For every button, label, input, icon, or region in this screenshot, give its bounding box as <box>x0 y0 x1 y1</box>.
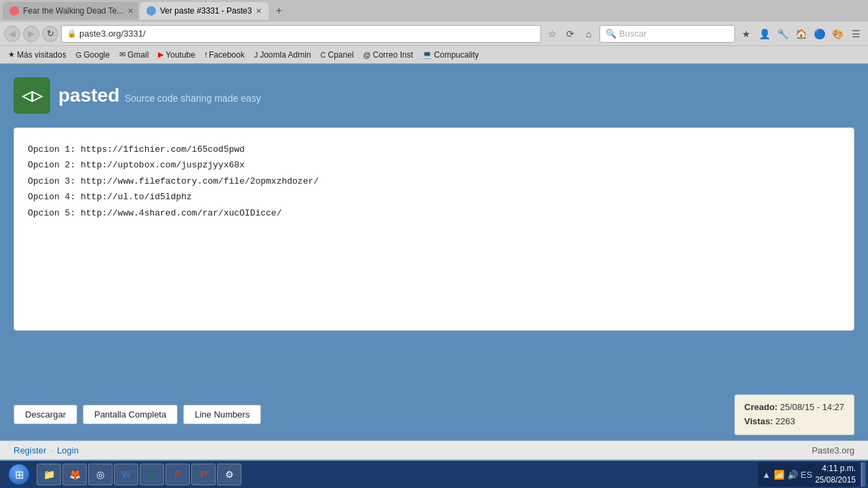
taskbar-item-firefox[interactable]: 🦊 <box>62 464 87 485</box>
tab-1[interactable]: Fear the Walking Dead Te... ✕ <box>3 2 138 20</box>
bookmark-gmail-icon: ✉ <box>119 50 125 59</box>
search-placeholder: Buscar <box>619 28 646 39</box>
reload-button[interactable]: ↻ <box>42 26 58 42</box>
back-icon: ◀ <box>9 28 16 39</box>
bookmark-joomla-label: Joomla Admin <box>260 50 311 60</box>
new-tab-button[interactable]: + <box>270 2 288 20</box>
star-icon[interactable]: ★ <box>738 26 754 42</box>
system-tray: ▲ 📶 🔊 ES 4:11 p.m. 25/08/2015 <box>758 462 860 487</box>
taskbar-item-powerpoint2[interactable]: P <box>191 464 216 485</box>
ext1-icon[interactable]: 🔧 <box>774 26 791 42</box>
download-button[interactable]: Descargar <box>14 405 77 424</box>
bookmark-google-label: Google <box>83 50 110 60</box>
address-bar[interactable]: 🔒 paste3.org/3331/ <box>61 25 541 43</box>
taskbar: ⊞ 📁 🦊 ◎ W X P P ⚙ ▲ 📶 🔊 ES 4:11 p.m. 25/… <box>0 461 868 488</box>
title-bar: Fear the Walking Dead Te... ✕ Ver paste … <box>0 0 868 22</box>
tray-lang-icon[interactable]: ES <box>801 470 812 480</box>
lock-icon: 🔒 <box>67 29 77 38</box>
taskbar-item-word[interactable]: W <box>114 464 138 485</box>
bookmark-google-icon: G <box>76 51 82 59</box>
paste-content-box: Opcion 1: https://1fichier.com/i65cod5pw… <box>14 127 854 331</box>
ext4-icon[interactable]: 🎨 <box>829 26 846 42</box>
bookmark-gmail[interactable]: ✉ Gmail <box>115 49 153 61</box>
bookmark-star-icon[interactable]: ☆ <box>544 26 560 42</box>
refresh-icon[interactable]: ⟳ <box>562 26 578 42</box>
taskbar-item-excel[interactable]: X <box>140 464 164 485</box>
tab-1-favicon <box>9 6 19 16</box>
paste-line-4: Opcion 4: http://ul.to/id5ldphz <box>28 189 840 205</box>
forward-icon: ▶ <box>28 28 35 39</box>
powerpoint2-icon: P <box>197 468 210 481</box>
tab-2-label: Ver paste #3331 - Paste3 <box>160 6 252 16</box>
tab-2-favicon <box>146 6 156 16</box>
bookmark-cpanel[interactable]: C Cpanel <box>317 49 358 61</box>
bookmark-youtube[interactable]: ▶ Youtube <box>154 49 199 61</box>
site-subtitle: Source code sharing made easy <box>125 93 261 104</box>
powerpoint-icon: P <box>172 468 184 481</box>
bookmark-google[interactable]: G Google <box>72 49 114 61</box>
back-button[interactable]: ◀ <box>4 26 20 42</box>
bookmark-compucality-icon: 💻 <box>422 50 432 59</box>
bookmarks-bar: ★ Más visitados G Google ✉ Gmail ▶ Youtu… <box>0 46 868 64</box>
bookmark-visited[interactable]: ★ Más visitados <box>4 49 71 61</box>
reload-icon: ↻ <box>47 28 54 39</box>
paste-line-5: Opcion 5: http://www.4shared.com/rar/xuc… <box>28 205 840 221</box>
clock-time: 4:11 p.m. <box>815 463 856 474</box>
bookmark-visited-label: Más visitados <box>17 50 66 60</box>
show-desktop-button[interactable] <box>861 462 865 487</box>
taskbar-item-files[interactable]: 📁 <box>37 464 61 485</box>
files-icon: 📁 <box>43 468 55 481</box>
bookmark-facebook-icon: f <box>205 51 207 59</box>
tab-1-close[interactable]: ✕ <box>127 7 134 16</box>
ext3-icon[interactable]: 🔵 <box>811 26 827 42</box>
bookmark-joomla[interactable]: J Joomla Admin <box>250 49 315 61</box>
line-numbers-button[interactable]: Line Numbers <box>183 405 261 424</box>
bookmark-facebook[interactable]: f Facebook <box>201 49 249 61</box>
chrome-icon: ◎ <box>94 468 106 481</box>
start-button[interactable]: ⊞ <box>3 462 35 487</box>
logo-icon: ◁▷ <box>22 87 42 104</box>
address-text: paste3.org/3331/ <box>79 28 146 39</box>
menu-icon[interactable]: ☰ <box>848 26 864 42</box>
views-label: Vistas: <box>745 416 773 426</box>
bookmark-compucality-label: Compucality <box>434 50 479 60</box>
forward-button[interactable]: ▶ <box>23 26 39 42</box>
bookmark-joomla-icon: J <box>254 51 258 59</box>
bookmark-correo[interactable]: @ Correo Inst <box>359 49 418 61</box>
meta-info: Creado: 25/08/15 - 14:27 Vistas: 2263 <box>734 394 854 435</box>
bottom-bar: Descargar Pantalla Completa Line Numbers… <box>0 389 868 441</box>
taskbar-item-chrome[interactable]: ◎ <box>88 464 113 485</box>
tab-2[interactable]: Ver paste #3331 - Paste3 ✕ <box>140 2 269 20</box>
system-clock[interactable]: 4:11 p.m. 25/08/2015 <box>815 463 856 486</box>
taskbar-item-run[interactable]: ⚙ <box>217 464 241 485</box>
bookmark-compucality[interactable]: 💻 Compucality <box>418 49 483 61</box>
footer-separator: · <box>50 445 53 455</box>
site-title: pasted <box>58 85 119 106</box>
bookmark-correo-icon: @ <box>363 51 371 59</box>
footer: Register · Login Paste3.org <box>0 441 868 460</box>
tray-show-icon[interactable]: ▲ <box>762 470 771 480</box>
bookmark-youtube-icon: ▶ <box>158 50 163 59</box>
home-button[interactable]: ⌂ <box>580 26 597 42</box>
tab-2-close[interactable]: ✕ <box>256 7 262 16</box>
fullscreen-button[interactable]: Pantalla Completa <box>83 405 178 424</box>
paste-line-1: Opcion 1: https://1fichier.com/i65cod5pw… <box>28 142 840 157</box>
search-bar[interactable]: 🔍 Buscar <box>599 25 735 43</box>
taskbar-item-powerpoint[interactable]: P <box>165 464 190 485</box>
bookmark-facebook-label: Facebook <box>209 50 245 60</box>
tray-volume-icon[interactable]: 🔊 <box>787 470 798 480</box>
register-link[interactable]: Register <box>14 445 46 455</box>
ext2-icon[interactable]: 🏠 <box>793 26 809 42</box>
bookmark-cpanel-label: Cpanel <box>328 50 354 60</box>
nav-bar: ◀ ▶ ↻ 🔒 paste3.org/3331/ ☆ ⟳ ⌂ 🔍 Buscar … <box>0 22 868 46</box>
paste-line-2: Opcion 2: http://uptobox.com/juspzjyyx68… <box>28 157 840 173</box>
person-icon[interactable]: 👤 <box>756 26 772 42</box>
login-link[interactable]: Login <box>57 445 79 455</box>
run-icon: ⚙ <box>223 468 235 481</box>
tray-network-icon[interactable]: 📶 <box>774 470 785 480</box>
excel-icon: X <box>146 468 158 481</box>
start-orb-icon: ⊞ <box>9 464 29 485</box>
windows-icon: ⊞ <box>15 468 24 481</box>
footer-brand: Paste3.org <box>812 445 854 455</box>
tab-1-label: Fear the Walking Dead Te... <box>23 6 123 16</box>
